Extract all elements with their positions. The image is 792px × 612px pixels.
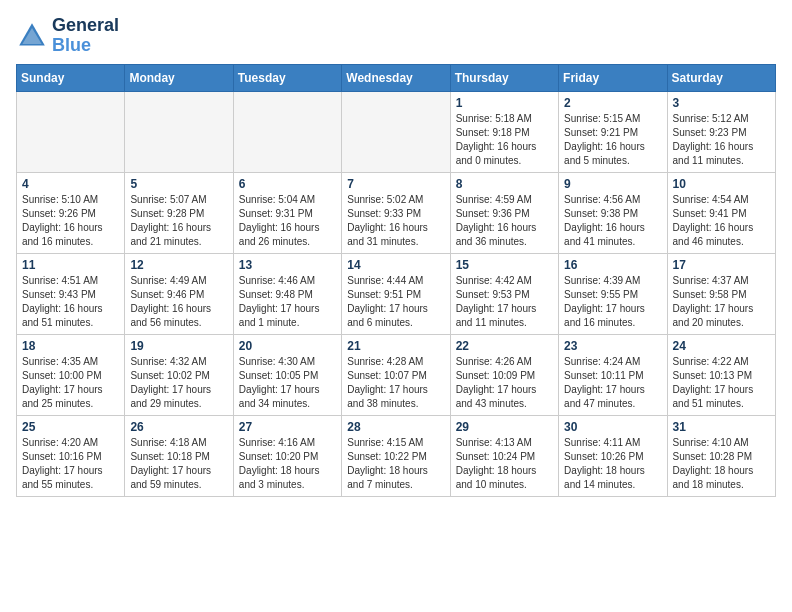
day-number: 11 [22,258,119,272]
day-info: Sunrise: 4:54 AM Sunset: 9:41 PM Dayligh… [673,193,770,249]
day-number: 17 [673,258,770,272]
day-info: Sunrise: 5:15 AM Sunset: 9:21 PM Dayligh… [564,112,661,168]
day-number: 25 [22,420,119,434]
calendar-cell [17,91,125,172]
calendar-cell: 8Sunrise: 4:59 AM Sunset: 9:36 PM Daylig… [450,172,558,253]
calendar-cell: 18Sunrise: 4:35 AM Sunset: 10:00 PM Dayl… [17,334,125,415]
day-number: 28 [347,420,444,434]
calendar-cell [233,91,341,172]
day-info: Sunrise: 4:20 AM Sunset: 10:16 PM Daylig… [22,436,119,492]
day-info: Sunrise: 5:12 AM Sunset: 9:23 PM Dayligh… [673,112,770,168]
calendar-cell: 31Sunrise: 4:10 AM Sunset: 10:28 PM Dayl… [667,415,775,496]
day-info: Sunrise: 4:32 AM Sunset: 10:02 PM Daylig… [130,355,227,411]
day-number: 29 [456,420,553,434]
calendar-cell: 9Sunrise: 4:56 AM Sunset: 9:38 PM Daylig… [559,172,667,253]
day-info: Sunrise: 4:39 AM Sunset: 9:55 PM Dayligh… [564,274,661,330]
day-number: 16 [564,258,661,272]
day-info: Sunrise: 4:16 AM Sunset: 10:20 PM Daylig… [239,436,336,492]
weekday-header: Thursday [450,64,558,91]
calendar-week-row: 11Sunrise: 4:51 AM Sunset: 9:43 PM Dayli… [17,253,776,334]
calendar-cell: 6Sunrise: 5:04 AM Sunset: 9:31 PM Daylig… [233,172,341,253]
day-number: 8 [456,177,553,191]
logo-text: General Blue [52,16,119,56]
day-number: 12 [130,258,227,272]
day-number: 6 [239,177,336,191]
day-number: 19 [130,339,227,353]
calendar-cell: 23Sunrise: 4:24 AM Sunset: 10:11 PM Dayl… [559,334,667,415]
day-number: 2 [564,96,661,110]
day-info: Sunrise: 4:56 AM Sunset: 9:38 PM Dayligh… [564,193,661,249]
day-number: 26 [130,420,227,434]
day-number: 23 [564,339,661,353]
calendar-cell: 19Sunrise: 4:32 AM Sunset: 10:02 PM Dayl… [125,334,233,415]
day-info: Sunrise: 4:13 AM Sunset: 10:24 PM Daylig… [456,436,553,492]
weekday-header-row: SundayMondayTuesdayWednesdayThursdayFrid… [17,64,776,91]
calendar-cell: 5Sunrise: 5:07 AM Sunset: 9:28 PM Daylig… [125,172,233,253]
calendar-cell [125,91,233,172]
day-info: Sunrise: 5:18 AM Sunset: 9:18 PM Dayligh… [456,112,553,168]
weekday-header: Tuesday [233,64,341,91]
day-number: 30 [564,420,661,434]
calendar-cell: 16Sunrise: 4:39 AM Sunset: 9:55 PM Dayli… [559,253,667,334]
calendar-cell: 26Sunrise: 4:18 AM Sunset: 10:18 PM Dayl… [125,415,233,496]
day-info: Sunrise: 4:30 AM Sunset: 10:05 PM Daylig… [239,355,336,411]
calendar-cell: 7Sunrise: 5:02 AM Sunset: 9:33 PM Daylig… [342,172,450,253]
day-number: 10 [673,177,770,191]
calendar-week-row: 25Sunrise: 4:20 AM Sunset: 10:16 PM Dayl… [17,415,776,496]
logo-icon [16,20,48,52]
calendar-week-row: 18Sunrise: 4:35 AM Sunset: 10:00 PM Dayl… [17,334,776,415]
day-number: 7 [347,177,444,191]
calendar-cell: 15Sunrise: 4:42 AM Sunset: 9:53 PM Dayli… [450,253,558,334]
weekday-header: Saturday [667,64,775,91]
day-info: Sunrise: 5:07 AM Sunset: 9:28 PM Dayligh… [130,193,227,249]
day-number: 4 [22,177,119,191]
day-info: Sunrise: 4:18 AM Sunset: 10:18 PM Daylig… [130,436,227,492]
day-number: 24 [673,339,770,353]
logo: General Blue [16,16,119,56]
calendar-cell: 10Sunrise: 4:54 AM Sunset: 9:41 PM Dayli… [667,172,775,253]
day-number: 1 [456,96,553,110]
day-info: Sunrise: 4:15 AM Sunset: 10:22 PM Daylig… [347,436,444,492]
calendar-cell: 3Sunrise: 5:12 AM Sunset: 9:23 PM Daylig… [667,91,775,172]
calendar-week-row: 1Sunrise: 5:18 AM Sunset: 9:18 PM Daylig… [17,91,776,172]
calendar-week-row: 4Sunrise: 5:10 AM Sunset: 9:26 PM Daylig… [17,172,776,253]
calendar-cell: 2Sunrise: 5:15 AM Sunset: 9:21 PM Daylig… [559,91,667,172]
day-info: Sunrise: 4:46 AM Sunset: 9:48 PM Dayligh… [239,274,336,330]
day-info: Sunrise: 4:35 AM Sunset: 10:00 PM Daylig… [22,355,119,411]
calendar-cell: 29Sunrise: 4:13 AM Sunset: 10:24 PM Dayl… [450,415,558,496]
calendar-cell: 25Sunrise: 4:20 AM Sunset: 10:16 PM Dayl… [17,415,125,496]
weekday-header: Friday [559,64,667,91]
day-number: 18 [22,339,119,353]
calendar-cell: 27Sunrise: 4:16 AM Sunset: 10:20 PM Dayl… [233,415,341,496]
day-number: 9 [564,177,661,191]
day-info: Sunrise: 4:26 AM Sunset: 10:09 PM Daylig… [456,355,553,411]
day-number: 3 [673,96,770,110]
day-info: Sunrise: 4:49 AM Sunset: 9:46 PM Dayligh… [130,274,227,330]
calendar-cell: 21Sunrise: 4:28 AM Sunset: 10:07 PM Dayl… [342,334,450,415]
day-info: Sunrise: 4:11 AM Sunset: 10:26 PM Daylig… [564,436,661,492]
calendar-cell: 30Sunrise: 4:11 AM Sunset: 10:26 PM Dayl… [559,415,667,496]
day-info: Sunrise: 5:02 AM Sunset: 9:33 PM Dayligh… [347,193,444,249]
day-info: Sunrise: 4:22 AM Sunset: 10:13 PM Daylig… [673,355,770,411]
day-number: 15 [456,258,553,272]
calendar-cell: 13Sunrise: 4:46 AM Sunset: 9:48 PM Dayli… [233,253,341,334]
weekday-header: Monday [125,64,233,91]
day-number: 5 [130,177,227,191]
calendar-cell: 1Sunrise: 5:18 AM Sunset: 9:18 PM Daylig… [450,91,558,172]
calendar-cell: 17Sunrise: 4:37 AM Sunset: 9:58 PM Dayli… [667,253,775,334]
calendar-cell: 4Sunrise: 5:10 AM Sunset: 9:26 PM Daylig… [17,172,125,253]
calendar-cell: 24Sunrise: 4:22 AM Sunset: 10:13 PM Dayl… [667,334,775,415]
day-info: Sunrise: 4:28 AM Sunset: 10:07 PM Daylig… [347,355,444,411]
day-info: Sunrise: 4:44 AM Sunset: 9:51 PM Dayligh… [347,274,444,330]
calendar-cell [342,91,450,172]
day-number: 13 [239,258,336,272]
day-number: 20 [239,339,336,353]
weekday-header: Sunday [17,64,125,91]
day-info: Sunrise: 4:24 AM Sunset: 10:11 PM Daylig… [564,355,661,411]
calendar-header: General Blue [16,16,776,56]
weekday-header: Wednesday [342,64,450,91]
day-info: Sunrise: 4:42 AM Sunset: 9:53 PM Dayligh… [456,274,553,330]
calendar-cell: 20Sunrise: 4:30 AM Sunset: 10:05 PM Dayl… [233,334,341,415]
calendar-cell: 22Sunrise: 4:26 AM Sunset: 10:09 PM Dayl… [450,334,558,415]
day-info: Sunrise: 4:10 AM Sunset: 10:28 PM Daylig… [673,436,770,492]
